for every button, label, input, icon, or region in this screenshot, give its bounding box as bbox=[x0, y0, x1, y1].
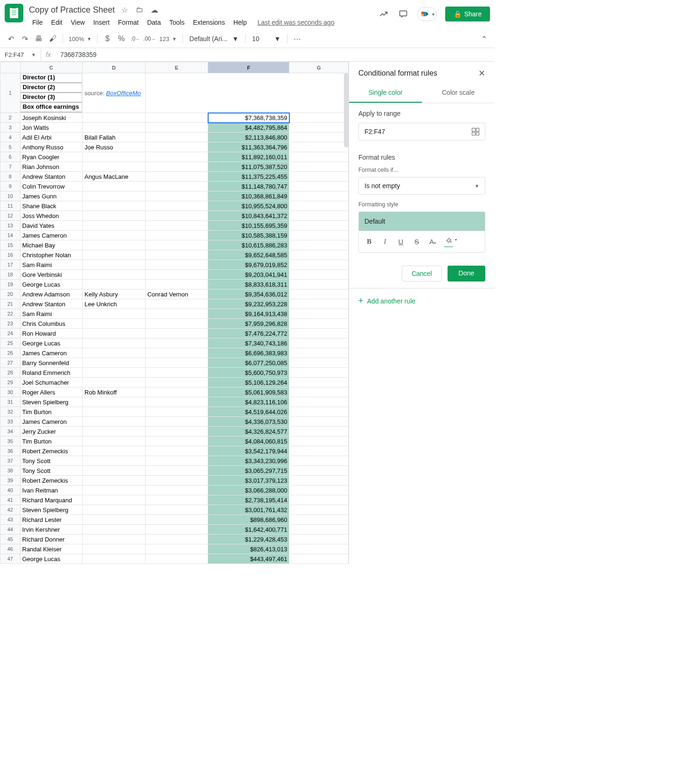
tab-single-color[interactable]: Single color bbox=[349, 83, 422, 103]
cell[interactable]: Director (3) bbox=[21, 93, 83, 103]
comments-icon[interactable] bbox=[398, 8, 409, 20]
cell[interactable] bbox=[145, 525, 208, 535]
row-header[interactable]: 13 bbox=[0, 221, 21, 231]
cell[interactable] bbox=[145, 152, 208, 162]
cell[interactable]: $3,017,379,123 bbox=[208, 476, 289, 486]
cell[interactable]: Michael Bay bbox=[20, 240, 83, 250]
cell[interactable]: $6,077,250,085 bbox=[208, 358, 289, 368]
cell[interactable] bbox=[289, 368, 349, 378]
cell[interactable]: $1,642,400,771 bbox=[208, 525, 289, 535]
cell[interactable] bbox=[145, 417, 208, 427]
cell[interactable] bbox=[289, 211, 349, 221]
row-header[interactable]: 4 bbox=[0, 133, 21, 142]
cell[interactable] bbox=[145, 211, 208, 221]
cell[interactable] bbox=[289, 221, 349, 231]
condition-select[interactable]: Is not empty▼ bbox=[358, 177, 485, 195]
cell[interactable] bbox=[145, 348, 208, 358]
row-header[interactable]: 38 bbox=[0, 466, 21, 476]
cell[interactable]: Richard Lester bbox=[20, 515, 83, 525]
cell[interactable] bbox=[289, 535, 349, 544]
cell[interactable]: James Cameron bbox=[20, 417, 83, 427]
star-icon[interactable]: ☆ bbox=[120, 6, 129, 14]
cell[interactable]: Robert Zemeckis bbox=[20, 446, 83, 456]
menu-edit[interactable]: Edit bbox=[48, 17, 66, 28]
cell[interactable] bbox=[145, 162, 208, 172]
cell[interactable]: Irvin Kershner bbox=[20, 525, 83, 535]
cell[interactable] bbox=[83, 123, 146, 133]
italic-icon[interactable]: I bbox=[380, 238, 390, 246]
row-header[interactable]: 21 bbox=[0, 299, 21, 309]
cell[interactable] bbox=[289, 495, 349, 505]
cell[interactable] bbox=[289, 201, 349, 211]
share-button[interactable]: 🔒 Share bbox=[445, 7, 490, 21]
currency-icon[interactable]: $ bbox=[101, 33, 113, 45]
cell[interactable] bbox=[83, 309, 146, 319]
cell[interactable] bbox=[145, 142, 208, 152]
cell[interactable] bbox=[145, 329, 208, 338]
cell[interactable] bbox=[83, 319, 146, 329]
cell[interactable]: Joseph Kosinski bbox=[20, 113, 83, 123]
number-format-select[interactable]: 123▼ bbox=[157, 35, 179, 42]
cloud-icon[interactable]: ☁ bbox=[150, 6, 159, 14]
cell[interactable] bbox=[289, 486, 349, 495]
menu-format[interactable]: Format bbox=[115, 17, 142, 28]
row-header[interactable]: 30 bbox=[0, 387, 21, 397]
cell[interactable] bbox=[145, 378, 208, 387]
menu-view[interactable]: View bbox=[68, 17, 88, 28]
cell[interactable]: $4,336,073,530 bbox=[208, 417, 289, 427]
col-header-d[interactable]: D bbox=[83, 62, 146, 73]
cell[interactable]: Randal Kleiser bbox=[20, 544, 83, 554]
cell[interactable] bbox=[83, 250, 146, 260]
row-header[interactable]: 34 bbox=[0, 427, 21, 436]
vertical-scrollbar[interactable] bbox=[344, 73, 349, 148]
cell[interactable] bbox=[83, 495, 146, 505]
cell[interactable]: $9,203,041,941 bbox=[208, 270, 289, 280]
cell[interactable] bbox=[289, 133, 349, 142]
cell[interactable] bbox=[145, 554, 208, 564]
row-header[interactable]: 43 bbox=[0, 515, 21, 525]
cell[interactable]: $5,061,909,583 bbox=[208, 387, 289, 397]
row-header[interactable]: 29 bbox=[0, 378, 21, 387]
cell[interactable]: $7,368,738,359 bbox=[208, 113, 289, 123]
percent-icon[interactable]: % bbox=[115, 33, 127, 45]
cell[interactable] bbox=[83, 191, 146, 201]
cell[interactable] bbox=[289, 191, 349, 201]
menu-extensions[interactable]: Extensions bbox=[189, 17, 228, 28]
cell[interactable]: Tony Scott bbox=[20, 466, 83, 476]
collapse-toolbar-icon[interactable]: ⌃ bbox=[478, 33, 490, 45]
cell[interactable]: $4,084,060,815 bbox=[208, 436, 289, 446]
cell[interactable] bbox=[145, 407, 208, 417]
cell[interactable]: $9,354,636,012 bbox=[208, 289, 289, 299]
cell[interactable]: Roger Allers bbox=[20, 387, 83, 397]
cell[interactable] bbox=[145, 505, 208, 515]
cell[interactable]: Box office earnings bbox=[21, 103, 83, 113]
cell[interactable] bbox=[289, 162, 349, 172]
cell[interactable] bbox=[289, 554, 349, 564]
row-header[interactable]: 26 bbox=[0, 348, 21, 358]
cell[interactable] bbox=[145, 436, 208, 446]
cell[interactable] bbox=[289, 505, 349, 515]
cell[interactable] bbox=[145, 535, 208, 544]
style-preview[interactable]: Default bbox=[358, 211, 485, 231]
cell[interactable]: George Lucas bbox=[20, 280, 83, 289]
cell[interactable] bbox=[289, 142, 349, 152]
move-icon[interactable]: 🗀 bbox=[135, 6, 144, 14]
cell[interactable]: Jerry Zucker bbox=[20, 427, 83, 436]
cell[interactable]: George Lucas bbox=[20, 338, 83, 348]
cell[interactable] bbox=[145, 427, 208, 436]
cell[interactable]: Adil El Arbi bbox=[20, 133, 83, 142]
fill-color-icon[interactable]: ▾ bbox=[444, 236, 453, 247]
cell[interactable]: $10,155,695,359 bbox=[208, 221, 289, 231]
underline-icon[interactable]: U bbox=[396, 238, 406, 246]
row-header[interactable]: 45 bbox=[0, 535, 21, 544]
menu-insert[interactable]: Insert bbox=[90, 17, 113, 28]
row-header[interactable]: 11 bbox=[0, 201, 21, 211]
row-header[interactable]: 19 bbox=[0, 280, 21, 289]
cell[interactable]: George Lucas bbox=[20, 554, 83, 564]
cell[interactable] bbox=[83, 436, 146, 446]
cell[interactable]: Ron Howard bbox=[20, 329, 83, 338]
cell[interactable] bbox=[289, 260, 349, 270]
cell[interactable] bbox=[289, 427, 349, 436]
cell[interactable]: $9,164,913,438 bbox=[208, 309, 289, 319]
cell[interactable] bbox=[145, 221, 208, 231]
